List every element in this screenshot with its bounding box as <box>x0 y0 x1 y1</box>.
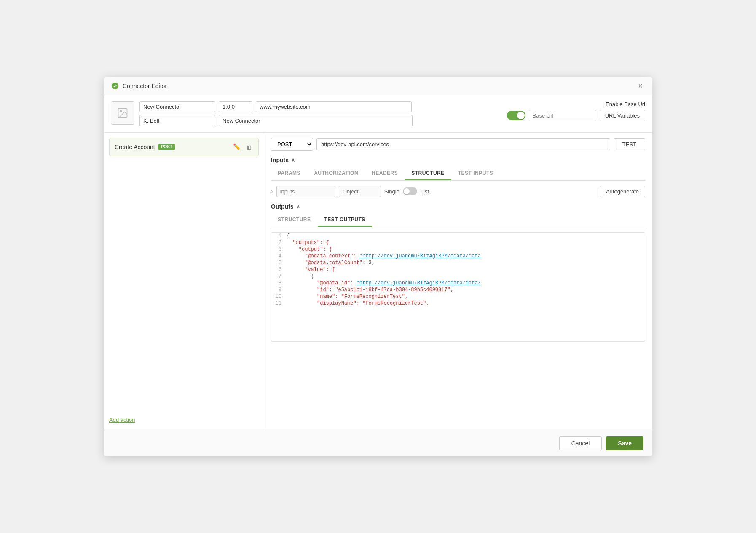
base-url-input[interactable] <box>529 110 596 121</box>
outputs-label: Outputs <box>271 203 294 210</box>
header-area: Enable Base Url URL Variables <box>104 95 652 133</box>
single-label: Single <box>384 188 399 195</box>
description-input[interactable] <box>219 115 413 126</box>
inputs-tabs: PARAMS AUTHORIZATION HEADERS STRUCTURE T… <box>271 167 645 181</box>
connector-name-input[interactable] <box>139 101 215 112</box>
structure-type-input[interactable] <box>339 186 381 197</box>
save-button[interactable]: Save <box>606 436 643 450</box>
code-line-1: 1 { <box>271 233 645 239</box>
action-icons: ✏️ 🗑 <box>232 142 253 152</box>
tab-outputs-structure[interactable]: STRUCTURE <box>271 213 318 227</box>
single-list-radio[interactable] <box>403 187 417 195</box>
url-bar: POST GET PUT DELETE TEST <box>271 138 645 151</box>
left-sidebar: Create Account POST ✏️ 🗑 Add action <box>104 133 264 430</box>
tab-headers[interactable]: HEADERS <box>365 167 405 180</box>
svg-point-0 <box>112 82 119 89</box>
edit-action-button[interactable]: ✏️ <box>232 142 242 152</box>
title-bar: Connector Editor × <box>104 77 652 95</box>
expand-arrow[interactable]: › <box>271 188 273 195</box>
app-icon <box>111 82 119 90</box>
cancel-button[interactable]: Cancel <box>559 436 602 450</box>
action-item-left: Create Account POST <box>115 144 175 150</box>
connector-icon-box[interactable] <box>111 101 134 125</box>
header-row-2 <box>139 115 502 126</box>
header-fields <box>139 101 502 126</box>
enable-base-url-section: Enable Base Url URL Variables <box>507 101 645 121</box>
title-bar-left: Connector Editor <box>111 82 167 90</box>
url-variables-button[interactable]: URL Variables <box>600 110 645 121</box>
code-line-6: 6 "value": [ <box>271 266 645 273</box>
inputs-structure-row: › Single List Autogenerate <box>271 186 645 197</box>
code-editor: 1 { 2 "outputs": { 3 "output": { 4 "@o <box>271 232 645 342</box>
code-line-8: 8 "@odata.id": "http://dev-juancmu/BizAg… <box>271 280 645 287</box>
main-content: Create Account POST ✏️ 🗑 Add action POST… <box>104 133 652 430</box>
tab-test-outputs[interactable]: TEST OUTPUTS <box>318 213 372 227</box>
delete-action-button[interactable]: 🗑 <box>245 142 253 152</box>
version-input[interactable] <box>219 101 252 112</box>
code-line-3: 3 "output": { <box>271 246 645 253</box>
url-input[interactable] <box>316 138 610 150</box>
svg-point-2 <box>120 110 122 112</box>
code-line-11: 11 "displayName": "FormsRecognizerTest", <box>271 300 645 307</box>
website-input[interactable] <box>256 101 412 112</box>
connector-editor-dialog: Connector Editor × Enable Base Url <box>104 77 652 456</box>
author-input[interactable] <box>139 115 215 126</box>
single-list-toggle: Single List <box>384 187 429 195</box>
tab-params[interactable]: PARAMS <box>271 167 307 180</box>
action-name: Create Account <box>115 144 155 150</box>
inputs-label: Inputs <box>271 157 289 163</box>
test-button[interactable]: TEST <box>614 138 645 150</box>
enable-base-url-label: Enable Base Url <box>606 101 645 107</box>
tab-authorization[interactable]: AUTHORIZATION <box>307 167 365 180</box>
inputs-chevron[interactable]: ∧ <box>291 157 295 163</box>
inputs-section-header: Inputs ∧ <box>271 157 645 163</box>
code-line-7: 7 { <box>271 273 645 280</box>
footer: Cancel Save <box>104 430 652 456</box>
outputs-chevron[interactable]: ∧ <box>296 204 300 209</box>
outputs-tabs: STRUCTURE TEST OUTPUTS <box>271 213 645 227</box>
image-icon <box>117 107 129 119</box>
outputs-section: Outputs ∧ STRUCTURE TEST OUTPUTS 1 { 2 "… <box>271 203 645 425</box>
method-badge: POST <box>158 144 175 150</box>
inputs-section: Inputs ∧ PARAMS AUTHORIZATION HEADERS ST… <box>271 157 645 203</box>
action-item: Create Account POST ✏️ 🗑 <box>109 138 259 156</box>
dialog-title: Connector Editor <box>123 83 167 89</box>
list-label: List <box>421 188 429 195</box>
base-url-toggle[interactable] <box>507 111 525 120</box>
method-select[interactable]: POST GET PUT DELETE <box>271 138 313 151</box>
code-line-10: 10 "name": "FormsRecognizerTest", <box>271 293 645 300</box>
structure-name-input[interactable] <box>276 186 335 197</box>
add-action-link[interactable]: Add action <box>109 413 259 425</box>
tab-structure[interactable]: STRUCTURE <box>405 167 451 180</box>
close-button[interactable]: × <box>635 81 645 91</box>
right-panel: POST GET PUT DELETE TEST Inputs ∧ PARAMS… <box>264 133 652 430</box>
header-row-1 <box>139 101 502 112</box>
outputs-section-header: Outputs ∧ <box>271 203 645 210</box>
tab-test-inputs[interactable]: TEST INPUTS <box>451 167 500 180</box>
code-line-4: 4 "@odata.context": "http://dev-juancmu/… <box>271 253 645 260</box>
code-line-9: 9 "id": "e5abc1c1-18bf-47ca-b304-89b5c40… <box>271 287 645 293</box>
code-line-2: 2 "outputs": { <box>271 239 645 246</box>
enable-base-url-row: URL Variables <box>507 110 645 121</box>
code-line-5: 5 "@odata.totalCount": 3, <box>271 260 645 266</box>
autogenerate-button[interactable]: Autogenerate <box>600 186 645 197</box>
